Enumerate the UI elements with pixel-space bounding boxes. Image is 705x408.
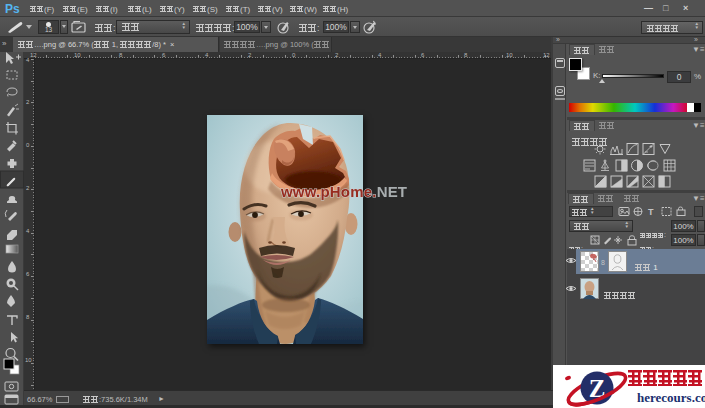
svg-text:T: T: [648, 207, 654, 217]
svg-text:www.pHome.NET: www.pHome.NET: [280, 183, 407, 200]
